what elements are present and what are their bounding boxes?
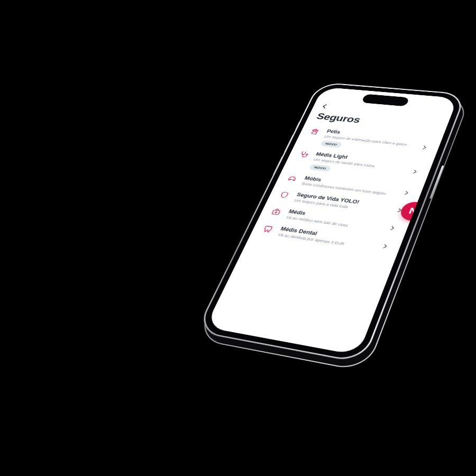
paw-icon <box>308 127 322 136</box>
tooth-icon <box>261 224 276 234</box>
chevron-right-icon <box>389 225 398 231</box>
svg-point-1 <box>315 129 317 130</box>
item-desc: Vá ao médico sem sair de casa <box>285 215 385 233</box>
svg-point-4 <box>290 178 291 179</box>
chevron-right-icon <box>396 207 405 213</box>
new-badge: NOVO <box>320 141 342 148</box>
chevron-right-icon <box>403 190 412 196</box>
phone-frame: N Seguros <box>195 82 466 364</box>
svg-point-3 <box>306 154 308 155</box>
medkit-icon <box>269 207 283 217</box>
chevron-right-icon <box>382 244 391 250</box>
list-item[interactable]: Médis Vá ao médico sem sair de casa <box>268 206 400 234</box>
phone-mockup: N Seguros <box>195 82 466 364</box>
floating-action-label: N <box>407 206 419 217</box>
item-desc: Vá ao dentista por apenas 3 EUR <box>277 233 377 251</box>
shield-icon <box>277 190 291 199</box>
list-item[interactable]: Médis Dental Vá ao dentista por apenas 3… <box>260 224 392 253</box>
chevron-right-icon <box>422 145 430 150</box>
svg-point-5 <box>293 179 294 179</box>
new-badge: NOVO <box>309 164 332 172</box>
chevron-right-icon <box>411 169 420 175</box>
item-title: Médis Dental <box>280 226 380 245</box>
stethoscope-icon <box>297 150 310 159</box>
svg-point-2 <box>316 130 318 131</box>
car-icon <box>285 173 299 183</box>
insurance-list: Pétis Um seguro de estimação para cães e… <box>260 127 433 253</box>
svg-point-0 <box>313 130 315 131</box>
back-button[interactable] <box>321 104 328 109</box>
